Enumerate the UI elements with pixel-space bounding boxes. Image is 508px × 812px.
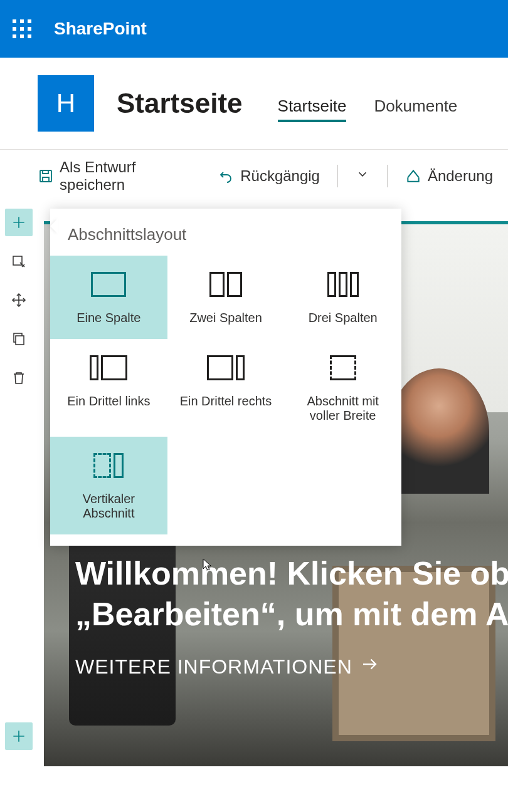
suite-bar: SharePoint [0, 0, 508, 58]
save-draft-label: Als Entwurf speichern [60, 159, 200, 194]
three-columns-icon [327, 271, 359, 298]
edit-section-icon[interactable] [5, 247, 33, 275]
hero-cta-link[interactable]: WEITERE INFORMATIONEN [75, 655, 379, 679]
layout-label: Ein Drittel rechts [180, 394, 272, 409]
command-bar-wrap: Als Entwurf speichern Rückgängig Änderun… [0, 149, 508, 202]
tab-dokumente[interactable]: Dokumente [374, 96, 457, 122]
layout-options-grid: Eine Spalte Zwei Spalten Drei Spalten Ei… [50, 256, 401, 534]
undo-button[interactable]: Rückgängig [218, 167, 320, 185]
layout-one-third-right[interactable]: Ein Drittel rechts [167, 339, 285, 437]
layout-label: Zwei Spalten [189, 311, 262, 325]
layout-one-column[interactable]: Eine Spalte [50, 256, 167, 339]
layout-vertical-section[interactable]: Vertikaler Abschnitt [50, 437, 167, 534]
changes-button[interactable]: Änderung [405, 167, 493, 185]
section-layout-popover: Abschnittslayout Eine Spalte Zwei Spalte… [50, 209, 401, 546]
one-third-right-icon [207, 354, 245, 382]
hero-title-line1: Willkommen! Klicken Sie ob [75, 555, 508, 591]
add-section-button-bottom[interactable] [5, 722, 33, 750]
one-column-icon [91, 271, 126, 298]
app-launcher-icon[interactable] [13, 19, 31, 38]
nav-tabs: Startseite Dokumente [278, 85, 458, 122]
divider [387, 165, 388, 187]
chevron-down-icon[interactable] [356, 167, 369, 185]
layout-label: Abschnitt mit voller Breite [290, 394, 395, 423]
layout-two-columns[interactable]: Zwei Spalten [167, 256, 285, 339]
layout-label: Drei Spalten [309, 311, 378, 325]
move-section-icon[interactable] [5, 286, 33, 314]
arrow-right-icon [360, 655, 379, 679]
discard-icon [405, 168, 421, 184]
two-columns-icon [209, 271, 242, 298]
layout-full-width[interactable]: Abschnitt mit voller Breite [284, 339, 401, 437]
layout-one-third-left[interactable]: Ein Drittel links [50, 339, 167, 437]
svg-rect-2 [16, 336, 24, 345]
popover-title: Abschnittslayout [50, 221, 401, 256]
layout-three-columns[interactable]: Drei Spalten [284, 256, 401, 339]
vertical-section-icon [93, 452, 124, 479]
divider [337, 165, 338, 187]
one-third-left-icon [90, 354, 127, 382]
layout-label: Ein Drittel links [67, 394, 150, 409]
hero-title: Willkommen! Klicken Sie ob „Bearbeiten“,… [75, 553, 508, 635]
page-canvas: Willkommen! Klicken Sie ob „Bearbeiten“,… [0, 202, 508, 812]
hero-cta-label: WEITERE INFORMATIONEN [75, 655, 352, 679]
site-title: Startseite [117, 88, 243, 119]
save-draft-button[interactable]: Als Entwurf speichern [38, 159, 200, 194]
layout-label: Vertikaler Abschnitt [56, 492, 161, 521]
cursor-icon [199, 557, 214, 576]
undo-icon [218, 168, 234, 184]
changes-label: Änderung [428, 167, 493, 185]
photo-background [389, 368, 489, 494]
brand-label[interactable]: SharePoint [54, 19, 147, 39]
layout-label: Eine Spalte [77, 311, 140, 325]
command-bar: Als Entwurf speichern Rückgängig Änderun… [0, 150, 508, 202]
duplicate-section-icon[interactable] [5, 325, 33, 353]
svg-rect-0 [40, 170, 51, 182]
full-width-icon [330, 354, 356, 382]
undo-label: Rückgängig [240, 167, 320, 185]
site-header: H Startseite Startseite Dokumente [0, 58, 508, 149]
hero-title-line2: „Bearbeiten“, um mit dem A [75, 596, 508, 632]
tab-startseite[interactable]: Startseite [278, 96, 347, 122]
edit-rail [0, 202, 38, 398]
site-logo[interactable]: H [38, 75, 94, 132]
save-icon [38, 168, 53, 184]
delete-section-icon[interactable] [5, 364, 33, 392]
add-section-button[interactable] [5, 209, 33, 236]
